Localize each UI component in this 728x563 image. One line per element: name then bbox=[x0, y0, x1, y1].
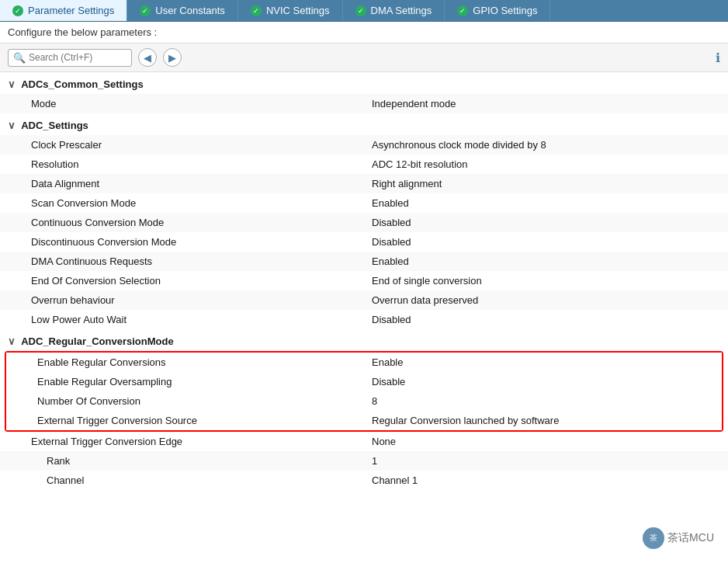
param-name-enable-oversampling: Enable Regular Oversampling bbox=[6, 372, 364, 391]
param-value-channel: Channel 1 bbox=[364, 471, 728, 490]
instruction-bar: Configure the below parameters : bbox=[0, 22, 728, 43]
check-icon-param: ✓ bbox=[12, 5, 23, 16]
param-value-overrun: Overrun data preserved bbox=[364, 290, 728, 310]
param-value-resolution: ADC 12-bit resolution bbox=[364, 155, 728, 174]
tab-user-constants-label: User Constants bbox=[155, 5, 225, 16]
check-icon-nvic: ✓ bbox=[251, 5, 262, 16]
table-row: End Of Conversion Selection End of singl… bbox=[0, 271, 728, 290]
table-row: DMA Continuous Requests Enabled bbox=[0, 252, 728, 271]
param-name-eoc: End Of Conversion Selection bbox=[0, 271, 364, 290]
param-table: ∨ ADCs_Common_Settings Mode Independent … bbox=[0, 72, 728, 351]
table-row: Channel Channel 1 bbox=[0, 471, 728, 490]
watermark-logo: 茶 bbox=[643, 527, 664, 549]
table-row: Clock Prescaler Asynchronous clock mode … bbox=[0, 135, 728, 155]
info-icon[interactable]: ℹ bbox=[716, 50, 720, 65]
tab-nvic-settings[interactable]: ✓ NVIC Settings bbox=[238, 0, 343, 21]
table-row: External Trigger Conversion Edge None bbox=[0, 432, 728, 451]
param-name-discontinuous: Discontinuous Conversion Mode bbox=[0, 232, 364, 252]
section-adc-label: ADC_Settings bbox=[21, 120, 88, 131]
tab-bar: ✓ Parameter Settings ✓ User Constants ✓ … bbox=[0, 0, 728, 22]
param-value-continuous: Disabled bbox=[364, 213, 728, 232]
chevron-icon-adc: ∨ bbox=[8, 120, 16, 131]
param-value: Independent mode bbox=[364, 94, 728, 113]
param-name-overrun: Overrun behaviour bbox=[0, 290, 364, 310]
param-name-num-conversion: Number Of Conversion bbox=[6, 391, 364, 411]
search-input-wrap[interactable]: 🔍 bbox=[8, 49, 132, 67]
tab-gpio-settings[interactable]: ✓ GPIO Settings bbox=[445, 0, 550, 21]
table-row: Enable Regular Conversions Enable bbox=[6, 353, 722, 372]
param-value-dma: Enabled bbox=[364, 252, 728, 271]
table-row: Continuous Conversion Mode Disabled bbox=[0, 213, 728, 232]
prev-nav-button[interactable]: ◀ bbox=[138, 48, 157, 67]
chevron-icon-adcs: ∨ bbox=[8, 78, 16, 90]
section-adc-settings[interactable]: ∨ ADC_Settings bbox=[0, 113, 728, 135]
check-icon-gpio: ✓ bbox=[457, 5, 468, 16]
param-name: Mode bbox=[0, 94, 364, 113]
param-value-scan: Enabled bbox=[364, 193, 728, 213]
param-name-dma: DMA Continuous Requests bbox=[0, 252, 364, 271]
content-area: ∨ ADCs_Common_Settings Mode Independent … bbox=[0, 72, 728, 490]
search-input[interactable] bbox=[29, 52, 122, 63]
param-name-ext-trigger-src: External Trigger Conversion Source bbox=[6, 411, 364, 430]
param-value-data-align: Right alignment bbox=[364, 174, 728, 193]
table-row: Data Alignment Right alignment bbox=[0, 174, 728, 193]
param-name-channel: Channel bbox=[0, 471, 364, 490]
table-row: External Trigger Conversion Source Regul… bbox=[6, 411, 722, 430]
section-adc-regular[interactable]: ∨ ADC_Regular_ConversionMode bbox=[0, 329, 728, 351]
table-row: Overrun behaviour Overrun data preserved bbox=[0, 290, 728, 310]
param-name-data-align: Data Alignment bbox=[0, 174, 364, 193]
remaining-param-table: External Trigger Conversion Edge None Ra… bbox=[0, 432, 728, 490]
param-value-enable-regular: Enable bbox=[364, 353, 722, 372]
check-icon-user: ✓ bbox=[140, 5, 151, 16]
highlight-table: Enable Regular Conversions Enable Enable… bbox=[6, 353, 722, 430]
tab-dma-settings-label: DMA Settings bbox=[371, 5, 432, 16]
param-value-lpaw: Disabled bbox=[364, 310, 728, 329]
tab-param-settings-label: Parameter Settings bbox=[28, 5, 114, 16]
check-icon-dma: ✓ bbox=[355, 5, 366, 16]
section-regular-label: ADC_Regular_ConversionMode bbox=[21, 335, 173, 347]
param-value-ext-trigger-src: Regular Conversion launched by software bbox=[364, 411, 722, 430]
table-row: Resolution ADC 12-bit resolution bbox=[0, 155, 728, 174]
tab-dma-settings[interactable]: ✓ DMA Settings bbox=[343, 0, 445, 21]
instruction-text: Configure the below parameters : bbox=[8, 26, 157, 38]
section-adcs-common[interactable]: ∨ ADCs_Common_Settings bbox=[0, 72, 728, 94]
param-name-continuous: Continuous Conversion Mode bbox=[0, 213, 364, 232]
watermark: 茶 茶话MCU bbox=[643, 527, 714, 549]
table-row: Discontinuous Conversion Mode Disabled bbox=[0, 232, 728, 252]
param-value-discontinuous: Disabled bbox=[364, 232, 728, 252]
tab-user-constants[interactable]: ✓ User Constants bbox=[127, 0, 238, 21]
param-value-clock: Asynchronous clock mode divided by 8 bbox=[364, 135, 728, 155]
search-icon: 🔍 bbox=[13, 52, 26, 64]
tab-nvic-settings-label: NVIC Settings bbox=[266, 5, 330, 16]
table-row: Mode Independent mode bbox=[0, 94, 728, 113]
param-name-scan: Scan Conversion Mode bbox=[0, 193, 364, 213]
chevron-icon-regular: ∨ bbox=[8, 335, 16, 347]
param-value-num-conversion: 8 bbox=[364, 391, 722, 411]
param-value-eoc: End of single conversion bbox=[364, 271, 728, 290]
param-name-rank: Rank bbox=[0, 451, 364, 471]
table-row: Scan Conversion Mode Enabled bbox=[0, 193, 728, 213]
section-adcs-label: ADCs_Common_Settings bbox=[21, 78, 143, 90]
tab-gpio-settings-label: GPIO Settings bbox=[473, 5, 537, 16]
param-name-clock: Clock Prescaler bbox=[0, 135, 364, 155]
param-name-ext-trigger-edge: External Trigger Conversion Edge bbox=[0, 432, 364, 451]
next-nav-button[interactable]: ▶ bbox=[163, 48, 182, 67]
search-bar: 🔍 ◀ ▶ ℹ bbox=[0, 43, 728, 72]
param-name-resolution: Resolution bbox=[0, 155, 364, 174]
tab-param-settings[interactable]: ✓ Parameter Settings bbox=[0, 0, 127, 21]
table-row: Enable Regular Oversampling Disable bbox=[6, 372, 722, 391]
param-name-enable-regular: Enable Regular Conversions bbox=[6, 353, 364, 372]
table-row: Number Of Conversion 8 bbox=[6, 391, 722, 411]
param-value-ext-trigger-edge: None bbox=[364, 432, 728, 451]
table-row: Low Power Auto Wait Disabled bbox=[0, 310, 728, 329]
param-name-lpaw: Low Power Auto Wait bbox=[0, 310, 364, 329]
param-value-rank: 1 bbox=[364, 451, 728, 471]
watermark-text: 茶话MCU bbox=[667, 531, 714, 545]
table-row: Rank 1 bbox=[0, 451, 728, 471]
param-value-enable-oversampling: Disable bbox=[364, 372, 722, 391]
highlight-group: Enable Regular Conversions Enable Enable… bbox=[5, 351, 723, 432]
